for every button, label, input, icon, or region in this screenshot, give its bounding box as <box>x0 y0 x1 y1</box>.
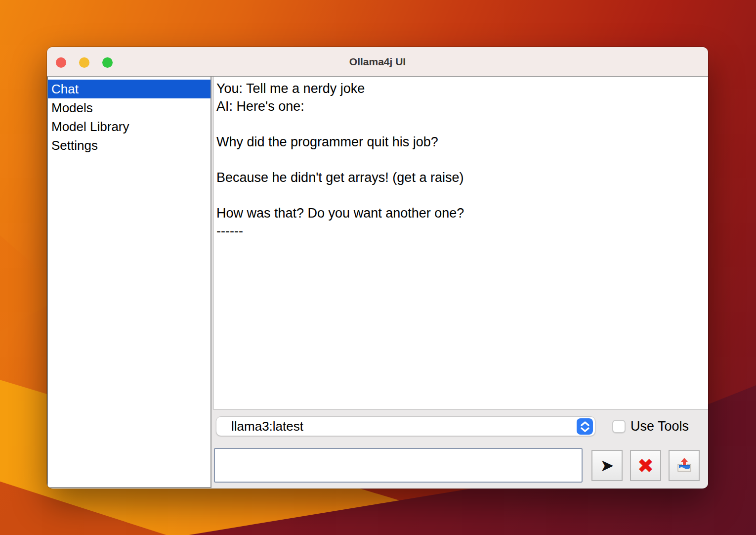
use-tools-checkbox[interactable] <box>612 420 626 433</box>
window-title: Ollama4j UI <box>349 56 406 68</box>
use-tools-label: Use Tools <box>630 416 689 436</box>
message-input[interactable] <box>214 448 583 483</box>
chat-panel: You: Tell me a nerdy joke AI: Here's one… <box>211 77 708 488</box>
clear-button[interactable]: ✖ <box>630 450 661 481</box>
model-select[interactable]: llama3:latest <box>216 416 595 436</box>
sidebar-item-settings[interactable]: Settings <box>48 136 210 155</box>
tray-upload-icon <box>674 455 694 477</box>
sidebar-item-models[interactable]: Models <box>48 98 210 117</box>
titlebar[interactable]: Ollama4j UI <box>47 47 708 77</box>
window-content: Chat Models Model Library Settings You: … <box>47 77 708 488</box>
sidebar-nav: Chat Models Model Library Settings <box>47 77 211 488</box>
send-button[interactable]: ➤ <box>591 450 623 481</box>
minimize-button[interactable] <box>79 57 89 68</box>
sidebar-item-chat[interactable]: Chat <box>48 80 210 98</box>
model-select-value: llama3:latest <box>216 419 303 434</box>
app-window: Ollama4j UI Chat Models Model Library Se… <box>47 47 708 489</box>
close-button[interactable] <box>56 57 66 68</box>
zoom-button[interactable] <box>102 57 113 68</box>
sidebar-item-model-library[interactable]: Model Library <box>48 117 210 136</box>
upload-button[interactable] <box>669 450 700 481</box>
chevron-up-down-icon <box>577 418 593 435</box>
chat-transcript: You: Tell me a nerdy joke AI: Here's one… <box>213 77 708 240</box>
chat-history-area[interactable]: You: Tell me a nerdy joke AI: Here's one… <box>213 77 708 409</box>
send-icon: ➤ <box>600 455 614 475</box>
traffic-lights <box>56 57 113 68</box>
composer-panel: llama3:latest Use Tools ➤ ✖ <box>211 409 708 488</box>
close-x-icon: ✖ <box>637 454 654 477</box>
